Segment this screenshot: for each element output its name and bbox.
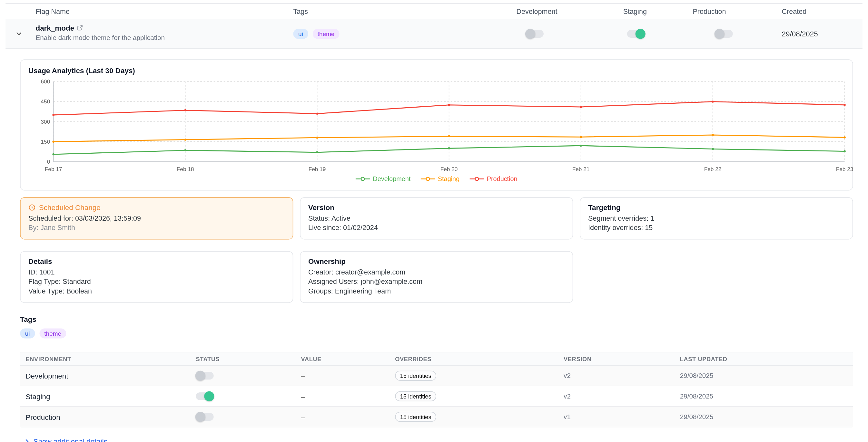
env-last-updated: 29/08/2025 <box>674 413 853 421</box>
legend-item-development[interactable]: Development <box>355 176 410 182</box>
legend-item-staging[interactable]: Staging <box>421 176 460 182</box>
svg-text:150: 150 <box>41 139 50 145</box>
show-additional-details-link[interactable]: Show additional details <box>24 438 107 442</box>
env-value: – <box>296 371 390 380</box>
environment-name: Staging <box>20 392 190 401</box>
empty-cell <box>580 251 853 303</box>
env-row-staging: Staging – 15 identities v2 29/08/2025 <box>20 386 853 407</box>
col-environment: ENVIRONMENT <box>20 355 190 362</box>
tags-section-title: Tags <box>20 315 853 324</box>
legend-item-production[interactable]: Production <box>469 176 517 182</box>
info-cards-row-2: Details ID: 1001 Flag Type: Standard Val… <box>20 251 853 303</box>
tag-theme: theme <box>39 328 66 338</box>
flag-table-header: Flag Name Tags Development Staging Produ… <box>5 4 862 19</box>
usage-analytics-card: Usage Analytics (Last 30 Days) 015030045… <box>20 59 853 191</box>
flag-name[interactable]: dark_mode <box>35 24 74 32</box>
flag-detail-panel: Usage Analytics (Last 30 Days) 015030045… <box>0 49 868 442</box>
version-card: Version Status: Active Live since: 01/02… <box>300 197 573 239</box>
tags-section: ui theme <box>20 328 853 338</box>
env-last-updated: 29/08/2025 <box>674 393 853 400</box>
flag-name-cell: dark_mode Enable dark mode theme for the… <box>35 24 165 41</box>
development-toggle[interactable] <box>526 30 544 38</box>
production-status-toggle[interactable] <box>196 413 213 421</box>
env-version: v2 <box>558 372 675 379</box>
overrides-chip[interactable]: 15 identities <box>395 391 436 401</box>
col-last-updated: LAST UPDATED <box>674 355 853 362</box>
usage-line-chart: 0150300450600Feb 17Feb 18Feb 19Feb 20Feb… <box>28 78 846 174</box>
chevron-down-icon[interactable] <box>16 31 22 37</box>
version-live-since: Live since: 01/02/2024 <box>308 224 565 232</box>
production-toggle[interactable] <box>715 30 733 38</box>
svg-text:Feb 22: Feb 22 <box>704 166 722 172</box>
ownership-title: Ownership <box>308 258 565 266</box>
col-tags: Tags <box>293 7 308 15</box>
tag-theme: theme <box>312 29 340 39</box>
flag-id: ID: 1001 <box>28 268 285 276</box>
assigned-users: Assigned Users: john@example.com <box>308 278 565 285</box>
scheduled-change-title: Scheduled Change <box>39 203 101 212</box>
col-flag-name: Flag Name <box>35 7 70 15</box>
svg-text:Feb 18: Feb 18 <box>177 166 194 172</box>
flag-type: Flag Type: Standard <box>28 278 285 285</box>
environment-name: Development <box>20 371 190 380</box>
targeting-title: Targeting <box>588 203 845 212</box>
svg-text:300: 300 <box>41 118 50 125</box>
feature-flag-page: Flag Name Tags Development Staging Produ… <box>0 3 868 442</box>
toggle-knob <box>195 412 206 422</box>
col-staging: Staging <box>623 7 647 15</box>
staging-status-toggle[interactable] <box>196 393 213 400</box>
toggle-knob <box>636 29 646 39</box>
col-version: VERSION <box>558 355 675 362</box>
identity-overrides: Identity overrides: 15 <box>588 224 845 232</box>
svg-text:Feb 23: Feb 23 <box>836 166 854 172</box>
env-row-production: Production – 15 identities v1 29/08/2025 <box>20 407 853 427</box>
col-development: Development <box>516 7 557 15</box>
analytics-title: Usage Analytics (Last 30 Days) <box>28 67 845 75</box>
svg-text:Feb 21: Feb 21 <box>572 166 590 172</box>
svg-text:450: 450 <box>41 98 50 105</box>
legend-label: Development <box>373 176 410 182</box>
value-type: Value Type: Boolean <box>28 287 285 295</box>
toggle-knob <box>204 391 214 401</box>
clock-icon <box>28 204 35 211</box>
toggle-knob <box>715 29 724 39</box>
overrides-chip[interactable]: 15 identities <box>395 371 436 381</box>
development-status-toggle[interactable] <box>196 372 213 379</box>
external-link-icon[interactable] <box>77 25 83 31</box>
chart-legend: DevelopmentStagingProduction <box>28 176 845 182</box>
created-date: 29/08/2025 <box>782 30 818 38</box>
targeting-card: Targeting Segment overrides: 1 Identity … <box>580 197 853 239</box>
env-version: v1 <box>558 413 675 421</box>
svg-text:Feb 20: Feb 20 <box>440 166 458 172</box>
environment-table-header: ENVIRONMENT STATUS VALUE OVERRIDES VERSI… <box>20 352 853 366</box>
legend-label: Production <box>487 176 518 182</box>
flag-tags: ui theme <box>293 29 339 39</box>
details-title: Details <box>28 258 285 266</box>
toggle-knob <box>525 29 535 39</box>
svg-text:Feb 19: Feb 19 <box>309 166 326 172</box>
flag-table: Flag Name Tags Development Staging Produ… <box>5 3 862 49</box>
scheduled-by: By: Jane Smith <box>28 224 285 232</box>
groups: Groups: Engineering Team <box>308 287 565 295</box>
env-row-development: Development – 15 identities v2 29/08/202… <box>20 366 853 386</box>
env-value: – <box>296 392 390 401</box>
staging-toggle[interactable] <box>627 30 645 38</box>
environment-table: ENVIRONMENT STATUS VALUE OVERRIDES VERSI… <box>20 352 853 428</box>
env-value: – <box>296 413 390 421</box>
svg-text:600: 600 <box>41 78 50 85</box>
svg-text:Feb 17: Feb 17 <box>45 166 62 172</box>
tag-ui: ui <box>293 29 308 39</box>
version-title: Version <box>308 203 565 212</box>
details-card: Details ID: 1001 Flag Type: Standard Val… <box>20 251 293 303</box>
chevron-right-icon <box>24 438 30 442</box>
env-last-updated: 29/08/2025 <box>674 372 853 379</box>
col-production: Production <box>692 7 726 15</box>
flag-row[interactable]: dark_mode Enable dark mode theme for the… <box>5 19 862 49</box>
environment-name: Production <box>20 413 190 421</box>
col-status: STATUS <box>190 355 296 362</box>
col-value: VALUE <box>296 355 390 362</box>
tag-ui: ui <box>20 328 35 338</box>
flag-description: Enable dark mode theme for the applicati… <box>35 34 165 41</box>
version-status: Status: Active <box>308 214 565 222</box>
overrides-chip[interactable]: 15 identities <box>395 412 436 422</box>
